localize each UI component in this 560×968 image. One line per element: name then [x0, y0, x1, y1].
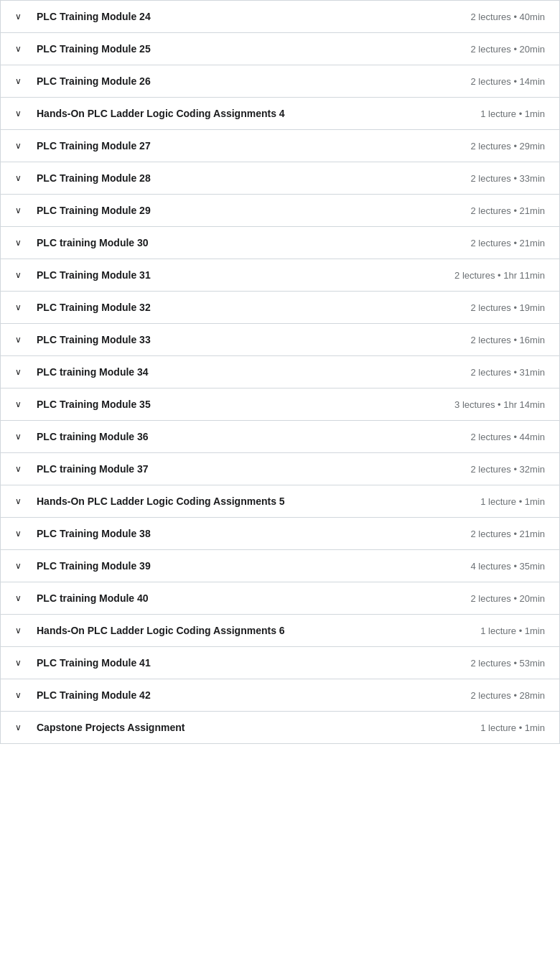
course-item[interactable]: ∨PLC Training Module 292 lectures • 21mi…: [1, 195, 559, 227]
chevron-down-icon: ∨: [15, 173, 27, 183]
chevron-down-icon: ∨: [15, 399, 27, 409]
course-meta: 2 lectures • 21min: [470, 529, 545, 539]
course-title: Capstone Projects Assignment: [37, 722, 185, 733]
course-meta: 2 lectures • 21min: [470, 205, 545, 216]
course-title: PLC training Module 34: [37, 366, 149, 378]
course-title: PLC Training Module 32: [37, 302, 151, 313]
chevron-down-icon: ∨: [15, 108, 27, 118]
chevron-down-icon: ∨: [15, 302, 27, 312]
course-title: PLC training Module 36: [37, 431, 149, 442]
course-meta: 2 lectures • 1hr 11min: [454, 270, 545, 281]
course-meta: 2 lectures • 44min: [470, 432, 545, 442]
course-item-left: ∨PLC Training Module 29: [15, 205, 470, 216]
course-item[interactable]: ∨PLC training Module 342 lectures • 31mi…: [1, 356, 559, 388]
course-meta: 2 lectures • 14min: [470, 76, 545, 87]
chevron-down-icon: ∨: [15, 367, 27, 377]
course-title: PLC Training Module 26: [37, 75, 151, 87]
course-item[interactable]: ∨PLC Training Module 252 lectures • 20mi…: [1, 33, 559, 65]
chevron-down-icon: ∨: [15, 593, 27, 603]
course-item[interactable]: ∨PLC Training Module 353 lectures • 1hr …: [1, 388, 559, 421]
course-item[interactable]: ∨Capstone Projects Assignment1 lecture •…: [1, 712, 559, 743]
course-item[interactable]: ∨PLC Training Module 422 lectures • 28mi…: [1, 679, 559, 712]
course-item-left: ∨PLC Training Module 31: [15, 269, 454, 281]
chevron-down-icon: ∨: [15, 44, 27, 54]
course-title: PLC Training Module 33: [37, 334, 151, 345]
course-item[interactable]: ∨PLC Training Module 242 lectures • 40mi…: [1, 1, 559, 33]
course-item-left: ∨PLC Training Module 35: [15, 399, 454, 410]
course-item[interactable]: ∨PLC training Module 402 lectures • 20mi…: [1, 582, 559, 615]
course-item[interactable]: ∨PLC Training Module 312 lectures • 1hr …: [1, 259, 559, 292]
course-item[interactable]: ∨PLC Training Module 382 lectures • 21mi…: [1, 518, 559, 550]
course-item-left: ∨Hands-On PLC Ladder Logic Coding Assign…: [15, 495, 480, 507]
course-meta: 2 lectures • 21min: [470, 238, 545, 248]
chevron-down-icon: ∨: [15, 76, 27, 86]
course-meta: 2 lectures • 31min: [470, 367, 545, 378]
course-title: Hands-On PLC Ladder Logic Coding Assignm…: [37, 108, 285, 119]
course-item[interactable]: ∨PLC training Module 302 lectures • 21mi…: [1, 227, 559, 259]
course-item[interactable]: ∨PLC Training Module 272 lectures • 29mi…: [1, 130, 559, 162]
course-item[interactable]: ∨PLC Training Module 412 lectures • 53mi…: [1, 647, 559, 679]
course-title: PLC Training Module 31: [37, 269, 151, 281]
chevron-down-icon: ∨: [15, 496, 27, 506]
course-item[interactable]: ∨Hands-On PLC Ladder Logic Coding Assign…: [1, 615, 559, 647]
course-meta: 2 lectures • 53min: [470, 658, 545, 669]
chevron-down-icon: ∨: [15, 432, 27, 442]
course-item-left: ∨PLC Training Module 38: [15, 528, 470, 539]
course-meta: 2 lectures • 33min: [470, 173, 545, 184]
course-item-left: ∨PLC Training Module 41: [15, 657, 470, 669]
course-title: PLC Training Module 35: [37, 399, 151, 410]
course-item[interactable]: ∨PLC Training Module 282 lectures • 33mi…: [1, 162, 559, 195]
chevron-down-icon: ∨: [15, 205, 27, 215]
course-title: PLC Training Module 38: [37, 528, 151, 539]
chevron-down-icon: ∨: [15, 238, 27, 248]
chevron-down-icon: ∨: [15, 561, 27, 571]
course-item[interactable]: ∨Hands-On PLC Ladder Logic Coding Assign…: [1, 98, 559, 130]
course-item-left: ∨PLC Training Module 24: [15, 11, 470, 22]
course-item-left: ∨PLC Training Module 42: [15, 689, 470, 701]
course-title: Hands-On PLC Ladder Logic Coding Assignm…: [37, 495, 285, 507]
course-item-left: ∨PLC training Module 36: [15, 431, 470, 442]
course-title: PLC Training Module 24: [37, 11, 151, 22]
course-meta: 2 lectures • 16min: [470, 335, 545, 345]
course-item-left: ∨PLC training Module 30: [15, 237, 470, 248]
course-list: ∨PLC Training Module 242 lectures • 40mi…: [0, 0, 560, 744]
course-item[interactable]: ∨PLC training Module 372 lectures • 32mi…: [1, 453, 559, 485]
course-title: PLC training Module 30: [37, 237, 149, 248]
course-item[interactable]: ∨PLC Training Module 332 lectures • 16mi…: [1, 324, 559, 356]
course-item-left: ∨Capstone Projects Assignment: [15, 722, 480, 733]
course-meta: 1 lecture • 1min: [480, 722, 545, 733]
course-item-left: ∨PLC Training Module 32: [15, 302, 470, 313]
course-meta: 1 lecture • 1min: [480, 625, 545, 636]
course-item-left: ∨PLC Training Module 33: [15, 334, 470, 345]
chevron-down-icon: ∨: [15, 464, 27, 474]
course-item-left: ∨PLC Training Module 28: [15, 172, 470, 184]
course-item-left: ∨PLC Training Module 39: [15, 560, 470, 572]
chevron-down-icon: ∨: [15, 722, 27, 732]
course-meta: 2 lectures • 19min: [470, 302, 545, 313]
course-item-left: ∨PLC training Module 40: [15, 592, 470, 604]
course-meta: 2 lectures • 28min: [470, 690, 545, 701]
course-meta: 1 lecture • 1min: [480, 108, 545, 119]
course-title: Hands-On PLC Ladder Logic Coding Assignm…: [37, 625, 285, 636]
chevron-down-icon: ∨: [15, 11, 27, 22]
course-title: PLC training Module 40: [37, 592, 149, 604]
chevron-down-icon: ∨: [15, 625, 27, 636]
course-item[interactable]: ∨PLC training Module 362 lectures • 44mi…: [1, 421, 559, 453]
course-item-left: ∨Hands-On PLC Ladder Logic Coding Assign…: [15, 108, 480, 119]
course-item[interactable]: ∨PLC Training Module 322 lectures • 19mi…: [1, 292, 559, 324]
chevron-down-icon: ∨: [15, 335, 27, 345]
course-item[interactable]: ∨Hands-On PLC Ladder Logic Coding Assign…: [1, 485, 559, 518]
course-meta: 2 lectures • 29min: [470, 141, 545, 152]
course-item[interactable]: ∨PLC Training Module 394 lectures • 35mi…: [1, 550, 559, 582]
course-title: PLC Training Module 41: [37, 657, 151, 669]
course-item-left: ∨PLC Training Module 25: [15, 43, 470, 55]
chevron-down-icon: ∨: [15, 141, 27, 151]
course-meta: 2 lectures • 40min: [470, 11, 545, 22]
course-title: PLC Training Module 25: [37, 43, 151, 55]
course-title: PLC Training Module 27: [37, 140, 151, 152]
course-meta: 2 lectures • 32min: [470, 464, 545, 475]
course-item[interactable]: ∨PLC Training Module 262 lectures • 14mi…: [1, 65, 559, 98]
course-item-left: ∨PLC training Module 34: [15, 366, 470, 378]
course-meta: 2 lectures • 20min: [470, 44, 545, 55]
chevron-down-icon: ∨: [15, 529, 27, 539]
